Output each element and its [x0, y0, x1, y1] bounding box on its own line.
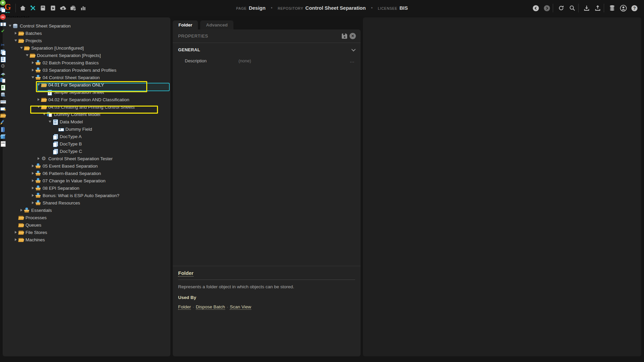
tree-item[interactable]: Data Model: [3, 118, 170, 125]
link-scan-view[interactable]: Scan View: [230, 304, 251, 310]
datamodel-icon: [52, 119, 58, 125]
tree-item[interactable]: 03 Separation Providers and Profiles: [3, 66, 170, 74]
property-row-description[interactable]: Description (none) ...: [173, 56, 361, 65]
tree-item[interactable]: DocType B: [3, 140, 170, 147]
tree-item[interactable]: Projects: [3, 37, 170, 44]
tree-expand-arrow-icon[interactable]: [13, 237, 18, 242]
page-value[interactable]: Design: [249, 5, 266, 11]
datatype-icon: [0, 99, 6, 104]
doctype-icon: [52, 134, 58, 139]
tree-item[interactable]: File Stores: [3, 229, 170, 236]
tree-item[interactable]: 04.03 Creating and Printing Control Shee…: [3, 103, 170, 111]
tree-expand-arrow-icon[interactable]: [13, 38, 18, 43]
tree-expand-arrow-icon[interactable]: [42, 112, 47, 117]
doctype-icon: [52, 141, 58, 147]
help-icon[interactable]: ?: [629, 2, 639, 14]
search-icon[interactable]: [567, 2, 577, 14]
batch-viewer-icon[interactable]: [48, 2, 58, 14]
refresh-icon[interactable]: [556, 2, 566, 14]
licensee-value: BIS: [399, 5, 408, 11]
tree-item[interactable]: Shared Resources: [3, 199, 170, 206]
batches-icon[interactable]: [38, 2, 48, 14]
tree-expand-arrow-icon[interactable]: [36, 82, 41, 87]
tree-expand-arrow-icon[interactable]: [36, 105, 41, 109]
tree-expand-arrow-icon[interactable]: [30, 178, 35, 183]
tree-item[interactable]: 04.02 For Separation AND Classification: [3, 96, 170, 103]
help-description: Represents a folder object in which obje…: [178, 284, 355, 289]
close-icon[interactable]: [350, 33, 356, 39]
logo-leaves-icon: [5, 11, 10, 13]
link-folder[interactable]: Folder: [178, 304, 191, 310]
tree-item[interactable]: Dummy Content Model: [3, 111, 170, 118]
tree-arrow-spacer: [47, 149, 52, 154]
tree-expand-arrow-icon[interactable]: [36, 97, 41, 102]
back-icon[interactable]: [531, 2, 541, 14]
repository-value[interactable]: Control Sheet Separation: [305, 5, 366, 11]
tree-expand-arrow-icon[interactable]: [30, 200, 35, 205]
delete-icon: [0, 14, 6, 20]
tab-advanced[interactable]: Advanced: [200, 20, 233, 29]
account-icon[interactable]: [618, 2, 628, 14]
tree-item[interactable]: 04.01 For Separation ONLY: [3, 81, 170, 88]
tree-item[interactable]: Control Sheet Separation: [3, 22, 170, 29]
tree-expand-arrow-icon[interactable]: [7, 23, 12, 28]
forward-icon[interactable]: [542, 2, 552, 14]
tab-folder[interactable]: Folder: [173, 20, 198, 29]
tree-item[interactable]: Queues: [3, 221, 170, 229]
upload-icon[interactable]: [593, 2, 603, 14]
section-general[interactable]: GENERAL: [173, 43, 361, 56]
tree-item[interactable]: Bonus: What is ESP Auto Separation?: [3, 192, 170, 199]
tree-item[interactable]: 06 Pattern-Based Separation: [3, 170, 170, 177]
tree-item[interactable]: Control Sheet Separation Tester: [3, 155, 170, 162]
job-activity-icon[interactable]: [68, 2, 78, 14]
tree-item-label: Data Model: [60, 119, 83, 124]
tab-advanced-label: Advanced: [206, 22, 228, 27]
detail-panel: Folder Advanced PROPERTIES GENERAL Descr…: [173, 17, 361, 356]
description-more-button[interactable]: ...: [350, 58, 355, 63]
tree-expand-arrow-icon[interactable]: [30, 186, 35, 190]
cloud-import-icon[interactable]: [58, 2, 68, 14]
tree-item[interactable]: Separation [Unconfigured]: [3, 44, 170, 52]
database-icon[interactable]: [607, 2, 617, 14]
tree-item[interactable]: 08 EPI Separation: [3, 184, 170, 192]
stats-icon[interactable]: [78, 2, 88, 14]
save-icon[interactable]: [342, 34, 347, 39]
tree-item[interactable]: Simple Separation Sheet: [3, 88, 170, 96]
tree-expand-arrow-icon[interactable]: [13, 31, 18, 36]
link-separator: ·: [225, 304, 230, 309]
tree-expand-arrow-icon[interactable]: [19, 208, 24, 213]
tree-item[interactable]: 05 Event Based Separation: [3, 162, 170, 170]
tree-expand-arrow-icon[interactable]: [19, 46, 24, 50]
tree-expand-arrow-icon[interactable]: [30, 171, 35, 176]
tree-item[interactable]: DocType C: [3, 147, 170, 155]
tree-expand-arrow-icon[interactable]: [30, 164, 35, 168]
tree-expand-arrow-icon[interactable]: [30, 68, 35, 72]
tree-expand-arrow-icon[interactable]: [30, 75, 35, 80]
tree-item[interactable]: Machines: [3, 236, 170, 243]
download-icon[interactable]: [582, 2, 592, 14]
tree-item[interactable]: 07 Change In Value Separation: [3, 177, 170, 184]
tree-expand-arrow-icon[interactable]: [30, 193, 35, 198]
tree-expand-arrow-icon[interactable]: [36, 156, 41, 161]
tree-expand-arrow-icon[interactable]: [13, 230, 18, 235]
home-icon[interactable]: [18, 2, 28, 14]
tree-expand-arrow-icon[interactable]: [24, 53, 30, 58]
tree-item[interactable]: 02 Batch Processing Basics: [3, 59, 170, 66]
folder-icon: [18, 222, 24, 228]
topbar-actions: ?: [531, 2, 644, 14]
tree-item[interactable]: Batches: [3, 29, 170, 37]
tree-item[interactable]: Essentials: [3, 206, 170, 214]
tree-arrow-spacer: [13, 223, 18, 227]
tree-expand-arrow-icon[interactable]: [30, 60, 35, 65]
tree-item[interactable]: 04 Control Sheet Separation: [3, 74, 170, 81]
tree-item[interactable]: Processes: [3, 214, 170, 221]
design-tools-icon[interactable]: [28, 2, 38, 14]
tree-expand-arrow-icon[interactable]: [47, 119, 52, 124]
clone-icon: [0, 7, 6, 13]
tree-item[interactable]: Dummy Field: [3, 125, 170, 133]
tree-item[interactable]: DocType A: [3, 133, 170, 140]
tree-item[interactable]: Document Separation [Projects]: [3, 52, 170, 59]
chevron-down-icon[interactable]: [352, 47, 356, 51]
link-dispose-batch[interactable]: Dispose Batch: [196, 304, 225, 310]
description-value[interactable]: (none): [238, 58, 251, 63]
